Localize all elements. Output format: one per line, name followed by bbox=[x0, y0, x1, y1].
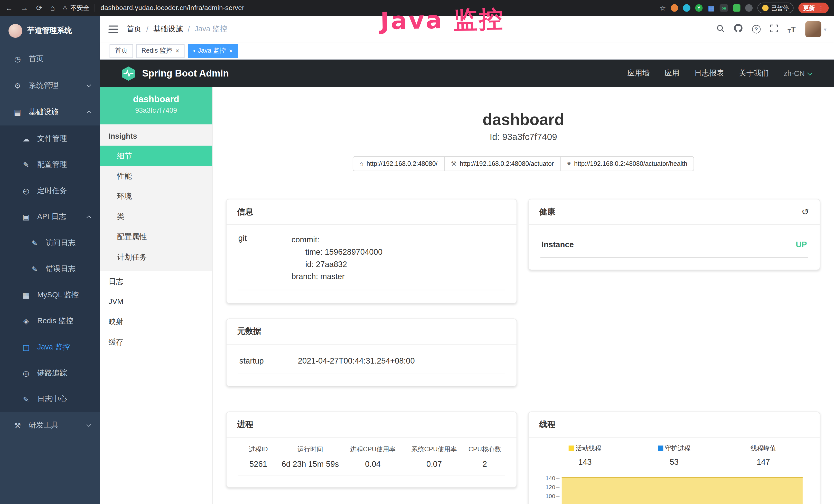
help-icon[interactable]: ? bbox=[752, 25, 760, 33]
extension-icon-6[interactable] bbox=[733, 4, 741, 12]
close-icon[interactable]: × bbox=[229, 47, 233, 54]
sidebar-item-devtools[interactable]: ⚒ 研发工具 bbox=[0, 412, 100, 439]
sba-item-configprops[interactable]: 配置属性 bbox=[100, 226, 212, 247]
sidebar-item-redis[interactable]: ◈ Redis 监控 bbox=[0, 308, 100, 334]
home-icon: ⌂ bbox=[359, 160, 364, 167]
threads-legend: 活动线程 143 守护进程 53 线程峰值 147 bbox=[541, 444, 808, 466]
sba-nav-applications[interactable]: 应用 bbox=[664, 69, 679, 78]
live-threads-area bbox=[562, 477, 803, 504]
page-title: dashboard bbox=[213, 111, 834, 129]
sidebar-item-file[interactable]: ☁ 文件管理 bbox=[0, 125, 100, 152]
sidebar-item-system[interactable]: ⚙ 系统管理 bbox=[0, 72, 100, 99]
paused-label: 已暂停 bbox=[771, 4, 789, 12]
insights-group: Insights 细节 性能 环境 类 配置属性 计划任务 bbox=[100, 124, 212, 271]
threads-chart: 140 120 100 bbox=[541, 474, 808, 501]
sba-item-details[interactable]: 细节 bbox=[100, 145, 212, 166]
tab-redis-monitor[interactable]: Redis 监控 × bbox=[136, 44, 185, 58]
sidebar-item-home[interactable]: ◷ 首页 bbox=[0, 46, 100, 72]
locale-select[interactable]: zh-CN bbox=[784, 69, 812, 77]
back-icon[interactable]: ← bbox=[5, 4, 13, 12]
status-badge: UP bbox=[796, 240, 807, 249]
metadata-card: 元数据 startup 2021-04-27T00:44:31.254+08:0… bbox=[226, 318, 517, 386]
link-actuator[interactable]: ⚒ http://192.168.0.2:48080/actuator bbox=[444, 156, 561, 171]
close-icon[interactable]: × bbox=[175, 47, 179, 54]
sba-nav-wallboard[interactable]: 应用墙 bbox=[627, 69, 650, 78]
app-title: 芋道管理系统 bbox=[27, 26, 72, 36]
sba-logo-icon bbox=[121, 66, 136, 81]
divider bbox=[95, 4, 95, 12]
github-icon[interactable] bbox=[734, 24, 742, 35]
search-icon[interactable] bbox=[716, 24, 724, 34]
file-icon: ☁ bbox=[20, 134, 32, 143]
timer-icon: ◴ bbox=[20, 186, 32, 195]
sba-item-jvm[interactable]: JVM bbox=[100, 292, 212, 312]
insights-label: Insights bbox=[100, 124, 212, 146]
forward-icon[interactable]: → bbox=[21, 4, 28, 12]
font-size-icon[interactable]: TT bbox=[788, 25, 796, 33]
user-avatar bbox=[805, 21, 821, 37]
sidebar-item-java[interactable]: ◳ Java 监控 bbox=[0, 334, 100, 360]
user-menu[interactable]: ▾ bbox=[805, 21, 827, 37]
sidebar-item-infra[interactable]: ▤ 基础设施 bbox=[0, 99, 100, 125]
sidebar-item-apilog[interactable]: ▣ API 日志 bbox=[0, 204, 100, 230]
breadcrumb: 首页 / 基础设施 / Java 监控 bbox=[127, 24, 227, 34]
breadcrumb-home[interactable]: 首页 bbox=[127, 24, 141, 34]
sidebar-item-errorlog[interactable]: ✎ 错误日志 bbox=[0, 256, 100, 282]
tab-home[interactable]: 首页 bbox=[110, 44, 133, 58]
home-icon[interactable]: ⌂ bbox=[50, 4, 55, 12]
info-card: 信息 git commit: time: 1596289704000 id: 2… bbox=[226, 199, 517, 303]
sidebar-item-mysql[interactable]: ▦ MySQL 监控 bbox=[0, 282, 100, 308]
instance-header[interactable]: dashboard 93a3fc7f7409 bbox=[100, 87, 212, 124]
bookmark-star-icon[interactable]: ☆ bbox=[660, 4, 666, 12]
sidebar-item-config[interactable]: ✎ 配置管理 bbox=[0, 152, 100, 177]
instance-id: 93a3fc7f7409 bbox=[100, 106, 212, 114]
history-icon[interactable]: ↺ bbox=[802, 207, 809, 216]
breadcrumb-infra[interactable]: 基础设施 bbox=[153, 24, 183, 34]
chevron-down-icon bbox=[807, 70, 812, 75]
app-logo[interactable]: 芋道管理系统 bbox=[0, 16, 100, 46]
sba-item-caches[interactable]: 缓存 bbox=[100, 332, 212, 352]
sba-item-logs[interactable]: 日志 bbox=[100, 271, 212, 292]
metadata-card-title: 元数据 bbox=[237, 326, 261, 336]
sidebar-item-logcenter[interactable]: ✎ 日志中心 bbox=[0, 386, 100, 412]
link-health[interactable]: ♥ http://192.168.0.2:48080/actuator/heal… bbox=[560, 156, 694, 171]
wrench-icon: ⚒ bbox=[451, 160, 456, 167]
sba-item-scheduled[interactable]: 计划任务 bbox=[100, 247, 212, 267]
extension-icon-2[interactable] bbox=[683, 4, 690, 12]
site-security[interactable]: ⚠ 不安全 bbox=[62, 3, 89, 12]
extension-icon-5[interactable]: on bbox=[720, 4, 728, 12]
mysql-icon: ▦ bbox=[20, 291, 32, 299]
sba-item-environment[interactable]: 环境 bbox=[100, 186, 212, 206]
metadata-row-startup: startup 2021-04-27T00:44:31.254+08:00 bbox=[238, 353, 505, 374]
annotation-java-monitor: Java 监控 bbox=[380, 3, 505, 37]
sba-nav-journal[interactable]: 日志报表 bbox=[694, 69, 724, 78]
sba-brand[interactable]: Spring Boot Admin bbox=[142, 68, 229, 79]
address-bar[interactable]: dashboard.yudao.iocoder.cn/infra/admin-s… bbox=[101, 4, 244, 12]
sidebar-item-accesslog[interactable]: ✎ 访问日志 bbox=[0, 230, 100, 256]
paused-badge[interactable]: 已暂停 bbox=[758, 3, 794, 13]
hamburger-icon[interactable] bbox=[108, 25, 118, 33]
error-log-icon: ✎ bbox=[29, 265, 41, 273]
extension-icon-1[interactable] bbox=[671, 4, 678, 12]
extension-icon-3[interactable]: Y bbox=[695, 4, 703, 12]
reload-icon[interactable]: ⟳ bbox=[36, 4, 42, 12]
daemon-threads-swatch bbox=[658, 445, 663, 451]
browser-menu-icon[interactable]: ⋮ bbox=[818, 5, 824, 12]
sidebar-item-trace[interactable]: ◎ 链路追踪 bbox=[0, 360, 100, 386]
info-row-git: git commit: time: 1596289704000 id: 27aa… bbox=[238, 233, 505, 290]
update-button[interactable]: 更新 ⋮ bbox=[798, 3, 829, 13]
fullscreen-icon[interactable] bbox=[770, 24, 778, 34]
sba-item-mappings[interactable]: 映射 bbox=[100, 312, 212, 332]
caret-down-icon: ▾ bbox=[824, 26, 827, 32]
extension-icon-4[interactable]: ▦ bbox=[707, 4, 715, 12]
infrastructure-icon: ▤ bbox=[12, 108, 24, 116]
link-root[interactable]: ⌂ http://192.168.0.2:48080/ bbox=[353, 156, 445, 171]
api-log-icon: ▣ bbox=[20, 212, 32, 221]
sba-nav-about[interactable]: 关于我们 bbox=[739, 69, 769, 78]
devtools-icon: ⚒ bbox=[12, 421, 24, 430]
sidebar-item-job[interactable]: ◴ 定时任务 bbox=[0, 178, 100, 204]
sba-item-performance[interactable]: 性能 bbox=[100, 166, 212, 186]
extension-icon-7[interactable] bbox=[745, 4, 752, 12]
tab-java-monitor[interactable]: ● Java 监控 × bbox=[188, 44, 238, 58]
sba-item-classes[interactable]: 类 bbox=[100, 206, 212, 226]
